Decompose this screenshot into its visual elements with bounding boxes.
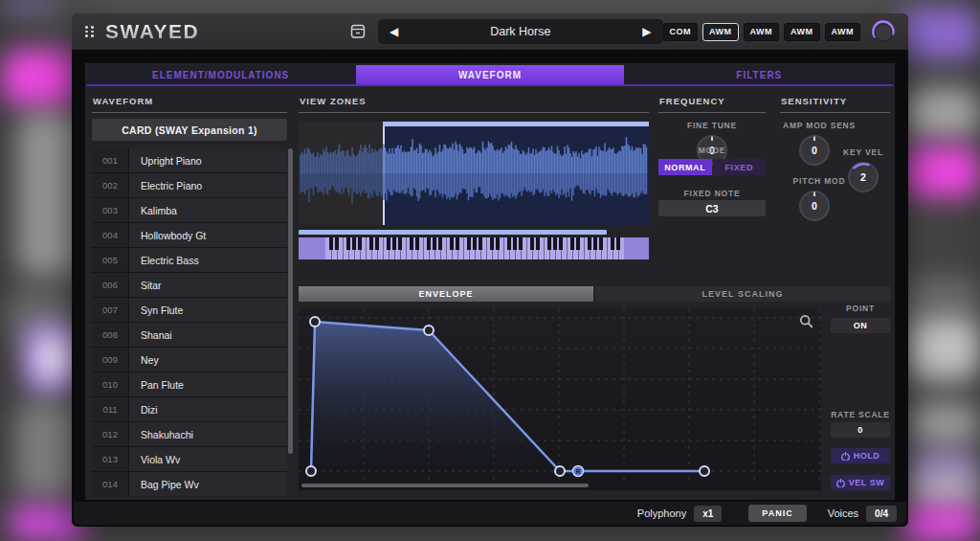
waveform-list-item[interactable]: 004Hollowbody Gt: [92, 223, 287, 247]
preset-next-button[interactable]: ▶: [642, 25, 651, 38]
black-key[interactable]: [519, 237, 523, 250]
voices-value[interactable]: 0/4: [866, 506, 897, 522]
waveform-list-item[interactable]: 002Electric Piano: [92, 173, 287, 197]
master-volume-knob[interactable]: [870, 18, 897, 45]
tab-filters[interactable]: FILTERS: [626, 65, 893, 84]
black-key[interactable]: [392, 237, 396, 250]
preset-prev-button[interactable]: ◀: [390, 25, 398, 38]
black-key[interactable]: [352, 237, 356, 250]
waveform-list-item[interactable]: 003Kalimba: [92, 198, 287, 222]
waveform-list-scrollbar: [288, 148, 293, 496]
black-key[interactable]: [530, 237, 534, 250]
waveform-list-item[interactable]: 010Pan Flute: [92, 372, 287, 396]
item-name: Kalimba: [129, 198, 287, 222]
tab-envelope[interactable]: ENVELOPE: [299, 286, 593, 302]
mode-button-com-0[interactable]: COM: [663, 23, 699, 41]
item-name: Pan Flute: [129, 372, 287, 396]
black-key[interactable]: [496, 237, 500, 250]
black-key[interactable]: [358, 237, 362, 250]
fixed-note-value[interactable]: C3: [658, 200, 766, 216]
waveform-list-item[interactable]: 006Sitar: [92, 273, 287, 297]
waveform-list-item[interactable]: 005Electric Bass: [92, 248, 287, 272]
black-key[interactable]: [611, 237, 614, 250]
zoom-magnifier-icon[interactable]: [799, 314, 813, 328]
menu-dots-icon[interactable]: [85, 26, 94, 37]
waveform-list-item[interactable]: 011Dizi: [92, 397, 287, 421]
black-key[interactable]: [490, 237, 494, 250]
background-blob: [903, 146, 980, 197]
keyboard-low-cap[interactable]: [299, 237, 325, 259]
waveform-list-item[interactable]: 012Shakuhachi: [92, 422, 287, 446]
panic-button[interactable]: PANIC: [748, 505, 806, 522]
envelope-scrollbar[interactable]: [301, 484, 589, 487]
waveform-display[interactable]: [299, 122, 649, 225]
waveform-list-item[interactable]: 008Shanai: [92, 323, 287, 347]
item-name: Upright Piano: [129, 148, 287, 172]
mode-button-awm-4[interactable]: AWM: [825, 23, 861, 41]
black-key[interactable]: [415, 237, 419, 250]
black-key[interactable]: [410, 237, 413, 250]
black-key[interactable]: [588, 237, 591, 250]
polyphony-value[interactable]: x1: [694, 506, 722, 522]
keyboard-keys[interactable]: [325, 237, 624, 259]
black-key[interactable]: [473, 237, 477, 250]
black-key[interactable]: [559, 237, 563, 250]
waveform-list-item[interactable]: 014Bag Pipe Wv: [92, 472, 287, 496]
black-key[interactable]: [570, 237, 574, 250]
waveform-list-item[interactable]: 009Ney: [92, 348, 287, 372]
black-key[interactable]: [536, 237, 540, 250]
keyboard-range[interactable]: [299, 237, 649, 259]
black-key[interactable]: [398, 237, 402, 250]
black-key[interactable]: [450, 237, 454, 250]
black-key[interactable]: [547, 237, 551, 250]
mode-button-awm-1[interactable]: AWM: [702, 23, 739, 41]
zone-range-bar[interactable]: [299, 230, 607, 235]
black-key[interactable]: [479, 237, 482, 250]
vel-sw-button-label: VEL SW: [849, 478, 884, 487]
black-key[interactable]: [335, 237, 339, 250]
mode-fixed-button[interactable]: FIXED: [713, 159, 767, 175]
mode-button-awm-2[interactable]: AWM: [744, 23, 780, 41]
black-key[interactable]: [438, 237, 442, 250]
black-key[interactable]: [507, 237, 511, 250]
waveform-list-item[interactable]: 007Syn Flute: [92, 298, 287, 322]
envelope-editor[interactable]: R: [299, 308, 821, 490]
waveform-list-item[interactable]: 013Viola Wv: [92, 447, 287, 471]
amp-mod-sens-knob[interactable]: 0: [797, 133, 832, 168]
black-key[interactable]: [576, 237, 580, 250]
mode-normal-button[interactable]: NORMAL: [658, 159, 712, 175]
black-key[interactable]: [593, 237, 597, 250]
waveform-list-scrollbar-thumb[interactable]: [288, 148, 293, 454]
sensitivity-title: SENSITIVITY: [781, 96, 847, 106]
brand-logo: SWAYED: [105, 20, 199, 43]
black-key[interactable]: [553, 237, 557, 250]
preset-archive-icon[interactable]: [347, 22, 368, 41]
black-key[interactable]: [387, 237, 390, 250]
black-key[interactable]: [369, 237, 373, 250]
preset-name[interactable]: Dark Horse: [490, 25, 550, 38]
black-key[interactable]: [456, 237, 459, 250]
black-key[interactable]: [467, 237, 471, 250]
element-mode-buttons: COMAWMAWMAWMAWM: [663, 23, 861, 41]
point-on-button[interactable]: ON: [831, 318, 890, 333]
tab-waveform[interactable]: WAVEFORM: [356, 65, 623, 84]
black-key[interactable]: [433, 237, 436, 250]
black-key[interactable]: [599, 237, 603, 250]
black-key[interactable]: [427, 237, 431, 250]
black-key[interactable]: [329, 237, 333, 250]
black-key[interactable]: [616, 237, 620, 250]
black-key[interactable]: [513, 237, 517, 250]
main-tab-bar: ELEMENT/MODULATIONS WAVEFORM FILTERS: [87, 65, 893, 86]
hold-button[interactable]: HOLD: [831, 448, 890, 463]
vel-sw-button[interactable]: VEL SW: [831, 475, 890, 490]
waveform-list-item[interactable]: 001Upright Piano: [92, 148, 287, 172]
pitch-mod-knob[interactable]: 0: [797, 189, 832, 223]
keyboard-high-cap[interactable]: [624, 237, 649, 259]
rate-scale-value[interactable]: 0: [831, 422, 890, 438]
black-key[interactable]: [346, 237, 350, 250]
tab-level-scaling[interactable]: LEVEL SCALING: [595, 286, 890, 302]
mode-button-awm-3[interactable]: AWM: [784, 23, 820, 41]
tab-element-modulations[interactable]: ELEMENT/MODULATIONS: [87, 65, 354, 84]
card-selector-button[interactable]: CARD (SWAY Expansion 1): [92, 119, 287, 141]
black-key[interactable]: [375, 237, 379, 250]
